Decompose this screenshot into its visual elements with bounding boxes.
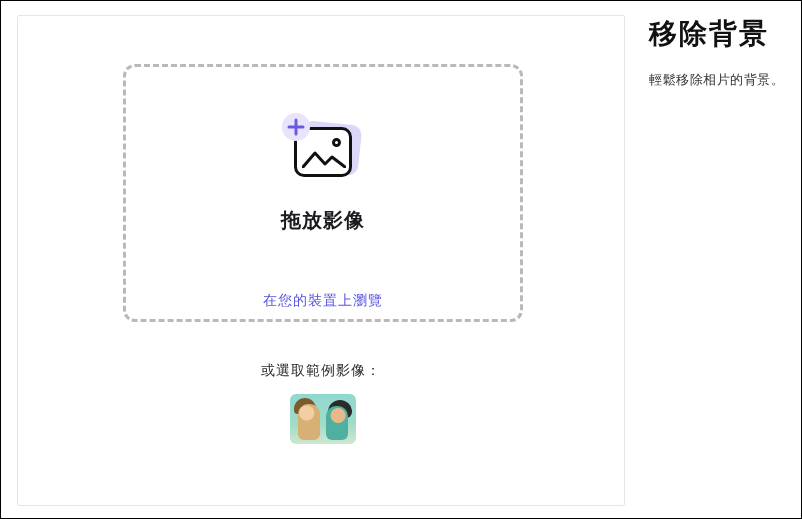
upload-panel: 拖放影像 在您的裝置上瀏覽 或選取範例影像： — [17, 15, 625, 506]
browse-device-link[interactable]: 在您的裝置上瀏覽 — [263, 292, 383, 310]
sample-image-thumbnail[interactable] — [290, 394, 356, 444]
sample-images-label: 或選取範例影像： — [18, 362, 624, 380]
image-placeholder-icon — [284, 115, 362, 185]
page-description: 輕鬆移除相片的背景。 — [649, 71, 789, 89]
image-dropzone[interactable]: 拖放影像 在您的裝置上瀏覽 — [123, 64, 523, 322]
dropzone-title: 拖放影像 — [281, 207, 365, 234]
plus-icon — [282, 113, 310, 141]
app-frame: 拖放影像 在您的裝置上瀏覽 或選取範例影像： 移除背景 輕鬆移除相片的背景。 — [0, 0, 802, 519]
info-panel: 移除背景 輕鬆移除相片的背景。 — [649, 15, 789, 89]
page-title: 移除背景 — [649, 15, 789, 53]
